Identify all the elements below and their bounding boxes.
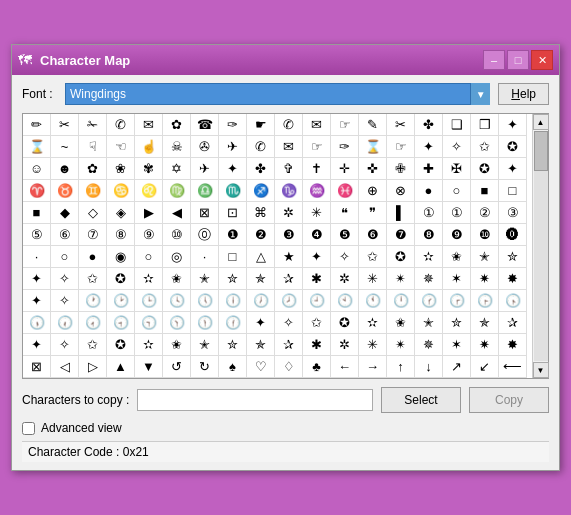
char-cell[interactable]: ✱ (303, 268, 331, 290)
char-cell[interactable]: 🕡 (51, 312, 79, 334)
char-cell[interactable]: ✎ (359, 114, 387, 136)
char-cell[interactable]: ☻ (51, 158, 79, 180)
char-cell[interactable]: ♐ (247, 180, 275, 202)
char-cell[interactable]: ☛ (247, 114, 275, 136)
char-cell[interactable]: ✫ (359, 312, 387, 334)
char-cell[interactable]: ★ (275, 246, 303, 268)
char-cell[interactable]: ♎ (191, 180, 219, 202)
copy-button[interactable]: Copy (469, 387, 549, 413)
char-cell[interactable]: ✬ (163, 334, 191, 356)
char-cell[interactable]: ✵ (415, 268, 443, 290)
char-cell[interactable]: ✭ (191, 334, 219, 356)
scroll-up-button[interactable]: ▲ (533, 114, 549, 130)
char-cell[interactable]: ♣ (303, 356, 331, 378)
char-cell[interactable]: □ (219, 246, 247, 268)
char-cell[interactable]: ☞ (303, 136, 331, 158)
char-cell[interactable]: ✲ (331, 334, 359, 356)
char-cell[interactable]: ✸ (499, 268, 527, 290)
char-cell[interactable]: ○ (51, 246, 79, 268)
char-cell[interactable]: ● (415, 180, 443, 202)
char-cell[interactable]: ② (471, 202, 499, 224)
char-cell[interactable]: ✮ (219, 268, 247, 290)
char-cell[interactable]: ✦ (499, 158, 527, 180)
char-cell[interactable]: ❻ (359, 224, 387, 246)
char-cell[interactable]: ✡ (163, 158, 191, 180)
char-cell[interactable]: ① (443, 202, 471, 224)
char-cell[interactable]: ❑ (443, 114, 471, 136)
char-cell[interactable]: ✪ (499, 136, 527, 158)
close-button[interactable]: ✕ (531, 50, 553, 70)
char-cell[interactable]: ⑩ (163, 224, 191, 246)
char-cell[interactable]: ✪ (471, 158, 499, 180)
maximize-button[interactable]: □ (507, 50, 529, 70)
char-cell[interactable]: □ (499, 180, 527, 202)
char-cell[interactable]: ✦ (23, 268, 51, 290)
char-cell[interactable]: 🕛 (387, 290, 415, 312)
char-cell[interactable]: ✛ (331, 158, 359, 180)
scroll-track[interactable] (534, 131, 548, 361)
char-cell[interactable]: ❿ (471, 224, 499, 246)
char-cell[interactable]: ❼ (387, 224, 415, 246)
char-cell[interactable]: ✙ (387, 158, 415, 180)
char-cell[interactable]: 🕥 (163, 312, 191, 334)
char-cell[interactable]: ✜ (359, 158, 387, 180)
char-cell[interactable]: ⑨ (135, 224, 163, 246)
char-cell[interactable]: ① (415, 202, 443, 224)
char-cell[interactable]: ✰ (275, 334, 303, 356)
characters-to-copy-input[interactable] (137, 389, 373, 411)
char-cell[interactable]: ♒ (303, 180, 331, 202)
char-cell[interactable]: ✰ (275, 268, 303, 290)
char-cell[interactable]: ♈ (23, 180, 51, 202)
char-cell[interactable]: ⟵ (499, 356, 527, 378)
char-cell[interactable]: 🕦 (191, 312, 219, 334)
char-cell[interactable]: ✪ (387, 246, 415, 268)
char-cell[interactable]: ✑ (331, 136, 359, 158)
char-cell[interactable]: ✆ (275, 114, 303, 136)
char-cell[interactable]: ❝ (331, 202, 359, 224)
char-cell[interactable]: ✲ (331, 268, 359, 290)
char-cell[interactable]: ♍ (163, 180, 191, 202)
char-cell[interactable]: ↙ (471, 356, 499, 378)
char-cell[interactable]: ✩ (79, 334, 107, 356)
char-cell[interactable]: ✉ (135, 114, 163, 136)
char-cell[interactable]: ✿ (79, 158, 107, 180)
char-cell[interactable]: ⌛ (359, 136, 387, 158)
char-cell[interactable]: ✮ (443, 312, 471, 334)
char-cell[interactable]: ♉ (51, 180, 79, 202)
char-cell[interactable]: ☺ (23, 158, 51, 180)
char-cell[interactable]: ▲ (107, 356, 135, 378)
select-button[interactable]: Select (381, 387, 461, 413)
char-cell[interactable]: ☎ (191, 114, 219, 136)
char-cell[interactable]: ▌ (387, 202, 415, 224)
char-cell[interactable]: ⌘ (247, 202, 275, 224)
char-cell[interactable]: △ (247, 246, 275, 268)
char-cell[interactable]: 🕝 (443, 290, 471, 312)
char-cell[interactable]: ✑ (219, 114, 247, 136)
char-cell[interactable]: ✿ (163, 114, 191, 136)
char-cell[interactable]: ✪ (107, 268, 135, 290)
char-cell[interactable]: ◇ (79, 202, 107, 224)
char-cell[interactable]: ☜ (107, 136, 135, 158)
char-cell[interactable]: ⑤ (23, 224, 51, 246)
char-cell[interactable]: ✦ (247, 312, 275, 334)
char-cell[interactable]: ❞ (359, 202, 387, 224)
char-cell[interactable]: ❀ (107, 158, 135, 180)
char-cell[interactable]: ❺ (331, 224, 359, 246)
char-cell[interactable]: ❷ (247, 224, 275, 246)
char-cell[interactable]: ✧ (275, 312, 303, 334)
char-cell[interactable]: ↑ (387, 356, 415, 378)
char-cell[interactable]: ✳ (303, 202, 331, 224)
char-cell[interactable]: ✬ (443, 246, 471, 268)
char-cell[interactable]: ✧ (51, 268, 79, 290)
char-cell[interactable]: ✧ (51, 290, 79, 312)
char-cell[interactable]: ◀ (163, 202, 191, 224)
char-cell[interactable]: 🕖 (247, 290, 275, 312)
char-cell[interactable]: ⓿ (499, 224, 527, 246)
char-cell[interactable]: ♓ (331, 180, 359, 202)
char-cell[interactable]: ✦ (23, 290, 51, 312)
char-cell[interactable]: ❽ (415, 224, 443, 246)
char-cell[interactable]: ← (331, 356, 359, 378)
char-cell[interactable]: ⊕ (359, 180, 387, 202)
char-cell[interactable]: ⓪ (191, 224, 219, 246)
char-cell[interactable]: ✤ (247, 158, 275, 180)
